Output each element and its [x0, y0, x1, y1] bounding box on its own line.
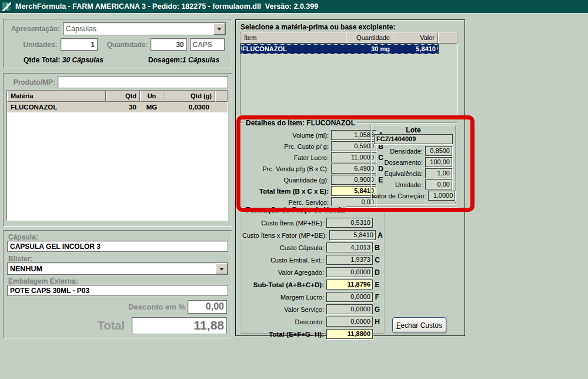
price-field-row: Valor Serviço: 0,0000 G — [242, 304, 382, 315]
umidade-input[interactable]: 0,00 — [425, 179, 452, 190]
detail-field-row: Quantidade (g): 0,9000 E — [242, 174, 385, 185]
selection-title: Selecione a matéria-prima ou base excipi… — [240, 23, 395, 31]
equivalencia-input[interactable]: 1,00 — [425, 168, 452, 178]
dropdown-arrow-icon[interactable] — [216, 263, 228, 274]
blister-value: NENHUM — [8, 263, 216, 274]
dosagem-value: 1 Cápsulas — [182, 56, 219, 64]
custo-capsula-input[interactable]: 4,1013 — [326, 242, 373, 252]
total-item-input[interactable]: 5,8410 — [331, 186, 376, 196]
price-field-row: Valor Agregado: 0,0000 D — [242, 267, 382, 278]
field-label: Custo Embal. Ext.: — [242, 257, 326, 264]
blister-label: Blister: — [8, 255, 32, 263]
qtde-total-label: Qtde Total: — [24, 56, 60, 64]
detail-field-row: Prc. Custo p/ g: 0,5900 B — [242, 141, 385, 152]
column-header-qtd[interactable]: Qtd — [106, 91, 140, 102]
desconto-input[interactable]: 0,00 — [188, 300, 227, 314]
margem-lucro-input[interactable]: 0,0000 — [326, 292, 373, 302]
merchformula-window: { "colors":{ "titlebar":"#07504B", "back… — [0, 0, 588, 379]
capsula-label: Cápsula: — [8, 233, 38, 241]
price-field-row: Margem Lucro: 0,0000 F — [242, 291, 382, 302]
preco-venda-input[interactable]: 6,4900 — [331, 164, 376, 174]
quantidade-g-input[interactable]: 0,9000 — [331, 175, 376, 185]
capsula-input[interactable]: CAPSULA GEL INCOLOR 3 — [7, 241, 228, 252]
quantidade-label: Quantidade: — [104, 41, 151, 49]
field-label: Perc. Serviço: — [242, 199, 331, 206]
apresentacao-value: Cápsulas — [64, 23, 213, 35]
fator-lucro-input[interactable]: 11,0000 — [331, 152, 376, 162]
formula-letter: A — [376, 231, 385, 240]
field-label: Volume (ml): — [242, 132, 331, 139]
custo-itens-input[interactable]: 0,5310 — [326, 218, 373, 228]
formula-letter: E — [373, 281, 382, 289]
total-final-input[interactable]: 11,8800 — [326, 329, 373, 339]
table-row[interactable]: FLUCONAZOL 30 MG 0,0300 — [7, 102, 228, 112]
densidade-input[interactable]: 0,8500 — [425, 146, 452, 156]
valor-servico-input[interactable]: 0,0000 — [326, 304, 373, 314]
apresentacao-combobox[interactable]: Cápsulas — [63, 22, 226, 35]
detail-field-row: Volume (ml): 1,0588 A — [242, 129, 385, 141]
window-title: MerchFórmula - FARM AMERICANA 3 - Pedido… — [15, 2, 318, 11]
field-label: Custo Cápsula: — [242, 244, 326, 251]
lote-input[interactable]: FCZ/1404009 — [374, 134, 453, 144]
formula-letter: D — [373, 268, 382, 277]
price-formation-title: Formação do Preço de Venda — [244, 206, 346, 214]
quantidade-input[interactable]: 30 — [151, 38, 186, 51]
column-header-un[interactable]: Un — [140, 91, 163, 102]
qtde-total-value: 30 Cápsulas — [62, 56, 103, 64]
embalagem-input[interactable]: POTE CAPS 30ML - P03 — [7, 285, 228, 296]
unidades-label: Unidades: — [7, 41, 61, 49]
column-header-item[interactable]: Ítem — [240, 32, 346, 44]
volume-input[interactable]: 1,0588 — [331, 130, 376, 140]
fator-correcao-input[interactable]: 1,0000 — [428, 191, 455, 201]
costs-panel: Selecione a matéria-prima ou base excipi… — [235, 19, 465, 336]
produto-label: Produto/MP: — [6, 78, 58, 87]
unidades-input[interactable]: 1 — [61, 38, 98, 51]
custo-itens-fator-input[interactable]: 5,8410 — [329, 230, 376, 240]
price-field-row: Custo Embal. Ext.: 1,9373 C — [242, 254, 382, 265]
unit-input[interactable]: CAPS — [190, 38, 225, 51]
item-valor: 5,8410 — [393, 45, 437, 52]
embalagem-label: Embalagem Externa: — [8, 277, 78, 285]
field-label: Total Ítem (B x C x E): — [242, 188, 331, 195]
materia-table-header: Matéria Qtd Un Qtd (g) — [7, 91, 228, 102]
preco-custo-input[interactable]: 0,5900 — [331, 141, 376, 151]
column-header-valor[interactable]: Valor — [393, 32, 438, 44]
column-header-quantidade[interactable]: Quantidade — [346, 32, 393, 44]
field-label: Densidade: — [372, 148, 425, 155]
formula-letter: C — [373, 256, 382, 264]
field-label: Custo Ítens x Fator (MP+BE): — [242, 232, 329, 239]
row-qtd: 30 — [106, 104, 140, 111]
list-item-selected[interactable]: FLUCONAZOL 30 mg 5,8410 — [240, 44, 439, 54]
dosagem-label: Dosagem: — [148, 56, 182, 64]
field-label: Prc. Venda p/g (B x C): — [242, 165, 331, 172]
lote-field-row: Doseamento: 100,00 — [372, 157, 455, 168]
valor-agregado-input[interactable]: 0,0000 — [326, 267, 373, 277]
lote-field-row: Equivalência: 1,00 — [372, 168, 455, 179]
doseamento-input[interactable]: 100,00 — [425, 157, 452, 167]
field-label: Sub-Total (A+B+C+D): — [242, 281, 326, 288]
materia-table: Matéria Qtd Un Qtd (g) FLUCONAZOL 30 MG … — [6, 90, 228, 221]
custo-embalagem-input[interactable]: 1,9373 — [326, 255, 373, 265]
produto-input[interactable] — [58, 76, 228, 88]
dropdown-arrow-icon[interactable] — [213, 23, 225, 35]
field-label: Custo Ítens (MP+BE): — [242, 220, 326, 227]
row-un: MG — [140, 104, 163, 111]
presentation-panel: Apresentação: Cápsulas Unidades: 1 Quant… — [3, 19, 232, 68]
field-label: Prc. Custo p/ g: — [242, 143, 331, 150]
blister-combobox[interactable]: NENHUM — [7, 262, 228, 275]
lote-title: Lote — [372, 126, 455, 134]
price-field-row: Sub-Total (A+B+C+D): 11,8796 E — [242, 279, 382, 290]
fechar-custos-button[interactable]: Fechar Custos — [392, 317, 446, 333]
total-input[interactable]: 11,88 — [132, 317, 227, 334]
desconto-valor-input[interactable]: 0,0000 — [326, 317, 373, 327]
field-label: Fator Lucro: — [242, 154, 331, 161]
detail-field-row: Total Ítem (B x C x E): 5,8410 — [242, 185, 385, 197]
formula-letter: B — [373, 244, 382, 252]
product-panel: Produto/MP: Matéria Qtd Un Qtd (g) FLUCO… — [3, 73, 232, 227]
item-details-group: Detalhes do Ítem: FLUCONAZOL Volume (ml)… — [240, 122, 458, 208]
desconto-label: Desconto em % — [128, 302, 188, 311]
column-header-qtd-g[interactable]: Qtd (g) — [163, 91, 215, 102]
subtotal-input[interactable]: 11,8796 — [326, 280, 373, 290]
field-label: Fator de Correção: — [372, 192, 428, 200]
column-header-materia[interactable]: Matéria — [7, 91, 106, 102]
